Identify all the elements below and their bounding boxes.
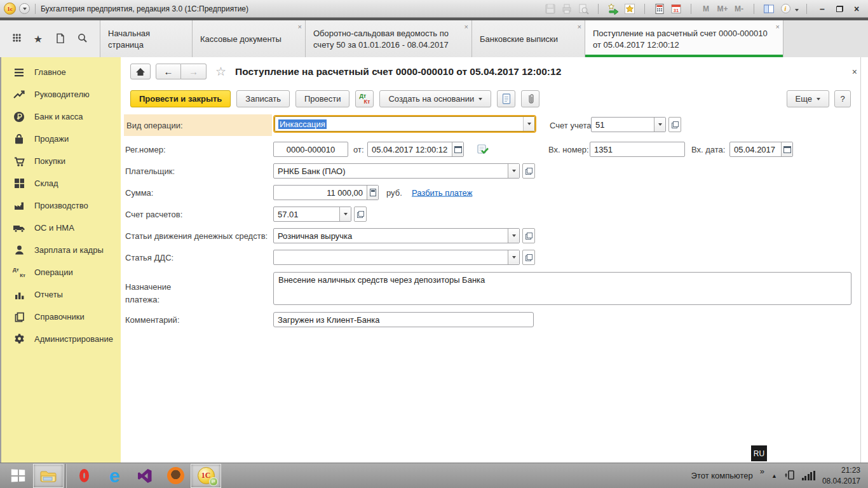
create-based-on-button[interactable]: Создать на основании — [379, 90, 491, 107]
language-indicator[interactable]: RU — [751, 445, 767, 461]
amount-field[interactable] — [273, 185, 379, 200]
close-tab-icon[interactable]: × — [465, 22, 468, 32]
account-combo[interactable] — [591, 117, 666, 132]
payment-purpose-textarea[interactable]: Внесение наличных средств через депозито… — [273, 272, 851, 305]
reg-date-field[interactable] — [367, 142, 464, 157]
tray-chevron-icon[interactable]: » — [760, 466, 764, 476]
account-input[interactable] — [592, 118, 654, 132]
memory-m-button[interactable]: M — [699, 4, 713, 13]
close-form-icon[interactable]: × — [852, 67, 857, 77]
account-open-button[interactable] — [668, 117, 681, 132]
settlement-account-input[interactable] — [274, 207, 339, 221]
attachments-button[interactable] — [521, 90, 539, 107]
vat-item-combo[interactable] — [273, 250, 520, 265]
tab-cash-documents[interactable]: Кассовые документы× — [193, 20, 306, 57]
memory-m-minus-button[interactable]: M- — [732, 4, 746, 13]
amount-calculator-button[interactable] — [367, 186, 378, 200]
more-button[interactable]: Еще — [787, 90, 829, 107]
tray-computer-label[interactable]: Этот компьютер — [691, 471, 753, 480]
favorite-star-icon[interactable]: ☆ — [215, 64, 226, 79]
close-tab-icon[interactable]: × — [578, 22, 581, 32]
search-icon[interactable] — [77, 32, 88, 45]
sidebar-item-directories[interactable]: Справочники — [1, 306, 121, 328]
print-preview-icon[interactable] — [576, 2, 590, 16]
vat-item-input[interactable] — [274, 250, 508, 264]
comment-field[interactable] — [273, 312, 534, 327]
favorites-go-icon[interactable] — [606, 2, 620, 16]
save-icon[interactable] — [543, 2, 557, 16]
show-postings-button[interactable]: ДтКт — [355, 90, 374, 107]
system-menu-button[interactable] — [19, 3, 30, 14]
forward-button[interactable]: → — [181, 64, 207, 79]
memory-m-plus-button[interactable]: M+ — [715, 4, 729, 13]
payer-input[interactable] — [274, 164, 508, 178]
split-payment-link[interactable]: Разбить платеж — [412, 188, 472, 198]
tray-hidden-icons-button[interactable]: ▲ — [771, 473, 777, 479]
comment-input[interactable] — [274, 313, 533, 327]
favorites-add-icon[interactable] — [623, 2, 637, 16]
info-dropdown-icon[interactable] — [795, 4, 799, 13]
taskbar-clock[interactable]: 21:2308.04.2017 — [822, 465, 860, 485]
taskbar-browser-button[interactable] — [160, 464, 191, 488]
incoming-date-field[interactable] — [729, 142, 793, 157]
network-signal-icon[interactable] — [802, 471, 815, 480]
save-button[interactable]: Записать — [236, 90, 290, 107]
sidebar-item-salary-hr[interactable]: Зарплата и кадры — [1, 239, 121, 261]
taskbar-visual-studio-button[interactable] — [130, 464, 160, 488]
vat-item-open-button[interactable] — [522, 250, 535, 265]
tray-device-icon[interactable] — [784, 470, 795, 482]
sidebar-item-reports[interactable]: Отчеты — [1, 283, 121, 306]
settlement-account-open-button[interactable] — [354, 207, 367, 222]
settlement-account-combo[interactable] — [273, 207, 351, 222]
app-logo-1c-icon[interactable]: 1с — [4, 3, 16, 15]
print-icon[interactable] — [560, 2, 574, 16]
tab-bank-statements[interactable]: Банковские выписки× — [472, 20, 585, 57]
favorites-star-icon[interactable]: ★ — [34, 33, 43, 45]
info-icon[interactable]: i — [778, 2, 792, 16]
calendar-icon[interactable]: 31 — [669, 2, 683, 16]
help-button[interactable]: ? — [834, 90, 851, 107]
payer-open-button[interactable] — [522, 163, 535, 179]
operation-type-combo[interactable]: Инкассация — [275, 116, 535, 132]
tab-balance-sheet[interactable]: Оборотно-сальдовая ведомость по счету 50… — [306, 20, 472, 57]
sidebar-item-operations[interactable]: ДтКтОперации — [1, 261, 121, 283]
restore-button[interactable] — [832, 2, 846, 16]
sidebar-item-fixed-assets[interactable]: ОС и НМА — [1, 217, 121, 239]
sidebar-item-main[interactable]: Главное — [1, 61, 121, 83]
reg-number-input[interactable] — [274, 142, 348, 156]
payer-combo[interactable] — [273, 163, 520, 179]
cash-flow-item-combo[interactable] — [273, 228, 520, 243]
home-button[interactable] — [130, 64, 151, 79]
cash-flow-item-input[interactable] — [274, 229, 508, 243]
amount-input[interactable] — [274, 186, 367, 200]
taskbar-1c-button[interactable]: 1С⇄ — [191, 464, 221, 488]
incoming-number-field[interactable] — [590, 142, 685, 157]
cash-flow-item-open-button[interactable] — [522, 228, 535, 243]
post-and-close-button[interactable]: Провести и закрыть — [130, 90, 231, 107]
sidebar-item-production[interactable]: Производство — [1, 194, 121, 217]
sidebar-item-sales[interactable]: Продажи — [1, 128, 121, 150]
taskbar-explorer-button[interactable] — [33, 464, 64, 488]
taskbar-ie-button[interactable]: e — [99, 464, 130, 488]
reg-date-input[interactable] — [368, 142, 452, 156]
reg-date-calendar-button[interactable] — [452, 142, 463, 156]
tab-receipt-document[interactable]: Поступление на расчетный счет 0000-00001… — [585, 20, 783, 57]
calculator-icon[interactable] — [653, 2, 667, 16]
taskbar-opera-button[interactable] — [69, 464, 99, 488]
back-button[interactable]: ← — [156, 64, 181, 79]
dropdown-button[interactable] — [508, 229, 519, 243]
incoming-date-input[interactable] — [730, 142, 781, 156]
dropdown-button[interactable] — [508, 250, 519, 264]
sidebar-item-purchases[interactable]: Покупки — [1, 150, 121, 172]
dropdown-button[interactable] — [508, 164, 519, 178]
dropdown-button[interactable] — [339, 207, 351, 221]
sidebar-item-bank-cash[interactable]: Банк и касса — [1, 105, 121, 128]
close-button[interactable]: × — [849, 4, 864, 14]
close-tab-icon[interactable]: × — [298, 22, 302, 32]
sidebar-item-warehouse[interactable]: Склад — [1, 172, 121, 194]
dropdown-button[interactable] — [654, 118, 665, 132]
split-window-icon[interactable] — [762, 2, 776, 16]
minimize-button[interactable]: – — [815, 4, 830, 14]
incoming-number-input[interactable] — [590, 142, 684, 156]
post-button[interactable]: Провести — [295, 90, 350, 107]
